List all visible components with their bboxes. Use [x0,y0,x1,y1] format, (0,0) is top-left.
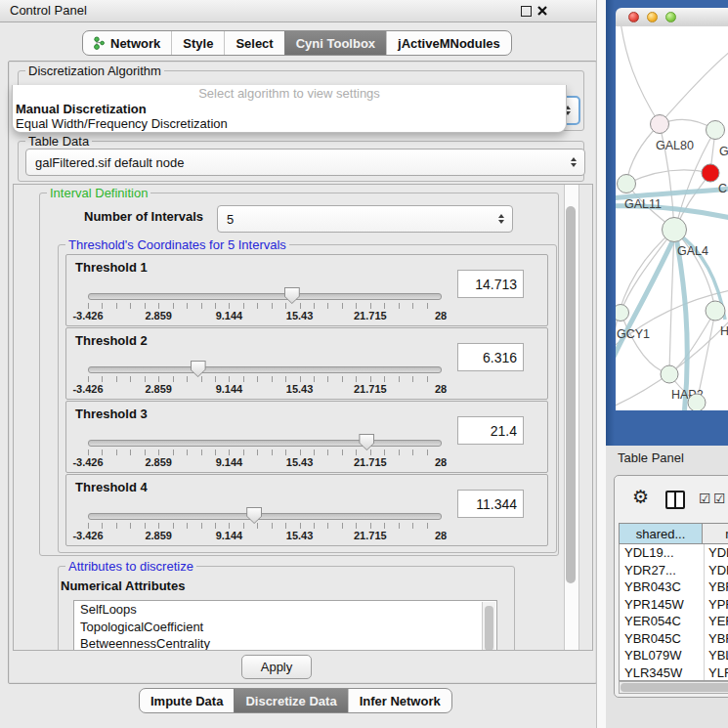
network-node[interactable] [616,305,629,321]
slider-ticks [88,376,441,382]
number-of-intervals-combobox[interactable]: 5 [217,205,513,233]
network-view-window: GAL80GACGAL11GAL4GCY1HHAP2 [606,0,728,446]
tab-infer-network[interactable]: Infer Network [348,689,451,712]
tab-discretize-data[interactable]: Discretize Data [234,689,347,712]
attributes-to-discretize-group: Attributes to discretize Numerical Attri… [58,566,515,651]
node-table[interactable]: YDL19...YDL1YDR27...YDR2YBR043CYBR0YPR14… [619,544,728,681]
node-label: GCY1 [617,327,650,341]
table-hscrollbar[interactable] [619,681,728,694]
network-node[interactable] [688,394,706,410]
tick-label: -3.426 [72,310,103,321]
threshold-slider[interactable] [88,513,442,520]
checkbox-icon[interactable]: ☑ [713,491,726,506]
close-icon[interactable] [536,5,548,17]
threshold-value-field[interactable]: 21.4 [457,416,524,445]
network-node[interactable] [661,365,678,383]
cell-shared-name: YBR043C [620,578,704,596]
tab-jactivemnodules[interactable]: jActiveMNodules [386,31,511,55]
cell-name: YDL1 [704,544,728,562]
table-row[interactable]: YPR145WYPR1 [620,596,728,614]
slider-thumb[interactable] [359,434,374,450]
panel-title: Control Panel [10,3,87,18]
threshold-slider[interactable] [88,440,442,447]
tick-label: 2.859 [145,530,172,541]
table-row[interactable]: YDL19...YDL1 [620,544,728,562]
tick-label: 28 [435,383,447,395]
network-node[interactable] [663,218,687,242]
tick-label: -3.426 [72,383,103,395]
scrollbar-thumb[interactable] [566,206,576,583]
tab-impute-data[interactable]: Impute Data [140,689,234,712]
tab-network[interactable]: Network [83,31,171,55]
cell-name: YDR2 [704,562,728,579]
attribute-item[interactable]: SelfLoops [74,601,496,619]
tab-cyni-toolbox[interactable]: Cyni Toolbox [284,31,386,55]
table-hscrollbar-thumb[interactable] [621,683,728,692]
network-node[interactable] [618,175,636,193]
close-traffic-light-icon[interactable] [628,12,639,22]
node-label: GAL11 [624,197,662,211]
network-node[interactable] [702,164,719,182]
minimize-traffic-light-icon[interactable] [647,12,658,22]
zoom-traffic-light-icon[interactable] [665,12,676,22]
list-scrollbar[interactable] [482,602,495,651]
threshold-label: Threshold 3 [75,407,148,421]
table-panel-title: Table Panel [618,450,684,465]
network-window-titlebar[interactable] [616,8,728,27]
threshold-label: Threshold 2 [75,333,148,348]
combo-value: galFiltered.sif default node [35,155,184,170]
apply-button[interactable]: Apply [241,655,312,679]
cell-name: YBR0 [704,630,728,648]
table-row[interactable]: YBR045CYBR0 [620,630,728,648]
gear-icon[interactable]: ⚙ [632,488,649,506]
algorithm-dropdown-popup: Select algorithm to view settings Manual… [12,85,567,133]
dropdown-option-manual[interactable]: Manual Discretization [13,102,566,116]
threshold-value-field[interactable]: 11.344 [457,490,524,518]
network-node[interactable] [651,115,669,134]
tick-label: 2.859 [145,456,172,468]
network-node[interactable] [707,121,725,140]
table-row[interactable]: YBL079WYBL0 [620,647,728,664]
tab-label: Style [183,36,213,51]
threshold-slider[interactable] [88,366,442,373]
tab-style[interactable]: Style [171,31,224,55]
tick-label: 21.715 [354,383,387,395]
column-header-shared-name[interactable]: shared... [619,523,703,544]
list-scrollbar-thumb[interactable] [485,606,493,651]
network-canvas[interactable]: GAL80GACGAL11GAL4GCY1HHAP2 [616,26,728,410]
node-label: GA [719,145,728,158]
node-label: GAL4 [677,244,708,258]
apply-label: Apply [261,660,293,674]
slider-thumb[interactable] [284,287,300,304]
column-header-name[interactable]: na [703,523,728,544]
numerical-attributes-list[interactable]: SelfLoopsTopologicalCoefficientBetweenne… [73,600,497,651]
table-row[interactable]: YDR27...YDR2 [620,562,728,579]
tab-select[interactable]: Select [224,31,283,55]
network-icon [94,36,106,50]
tab-label: Cyni Toolbox [296,36,375,51]
table-row[interactable]: YLR345WYLR3 [620,664,728,682]
threshold-slider[interactable] [88,293,442,300]
threshold-value-field[interactable]: 14.713 [457,270,524,298]
combo-arrows-icon [498,214,504,224]
table-row[interactable]: YBR043CYBR0 [620,578,728,596]
control-panel-tabbar: Network Style Select Cyni Toolbox jActiv… [82,30,512,56]
threshold-value-field[interactable]: 6.316 [457,343,524,371]
cell-name: YBL0 [704,647,728,664]
slider-tick-labels: -3.4262.8599.14415.4321.71528 [88,456,441,469]
table-data-combobox[interactable]: galFiltered.sif default node [25,149,585,176]
float-window-icon[interactable] [521,6,532,17]
attribute-item[interactable]: BetweennessCentrality [74,635,496,651]
network-node[interactable] [706,301,725,321]
columns-icon[interactable] [665,491,685,509]
network-edges [616,26,728,407]
checkbox-icon[interactable]: ☑ [699,491,711,506]
table-row[interactable]: YER054CYER0 [620,613,728,630]
tab-label: Discretize Data [245,694,336,708]
settings-scroll-panel: Interval Definition Number of Intervals … [13,184,593,651]
attribute-item[interactable]: TopologicalCoefficient [74,619,496,636]
dropdown-option-equal-width[interactable]: Equal Width/Frequency Discretization [13,116,566,131]
slider-thumb[interactable] [246,507,262,524]
tick-label: 15.43 [286,310,314,321]
slider-thumb[interactable] [191,361,206,377]
